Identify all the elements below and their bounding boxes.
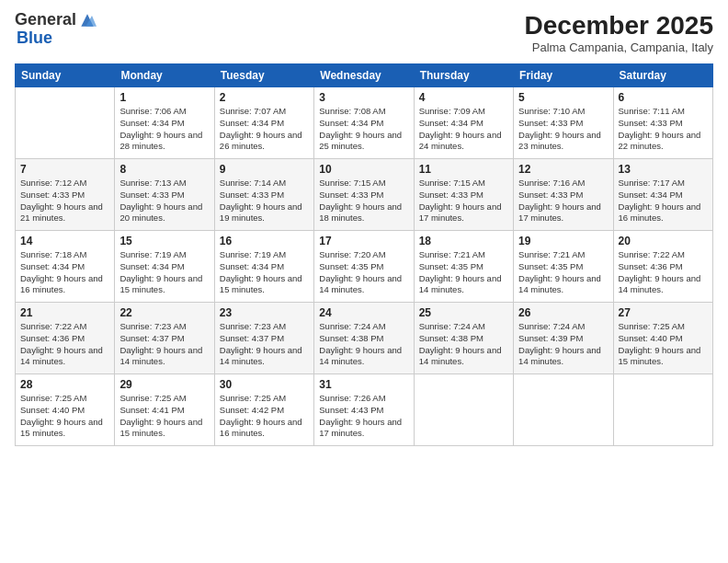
day-info: Sunrise: 7:13 AM Sunset: 4:33 PM Dayligh… [119, 178, 209, 224]
table-row: 1Sunrise: 7:06 AM Sunset: 4:34 PM Daylig… [115, 87, 214, 159]
day-number: 25 [419, 306, 508, 319]
table-row: 27Sunrise: 7:25 AM Sunset: 4:40 PM Dayli… [613, 303, 712, 374]
day-number: 3 [319, 91, 408, 104]
calendar-header-row: Sunday Monday Tuesday Wednesday Thursday… [16, 64, 713, 87]
day-info: Sunrise: 7:12 AM Sunset: 4:33 PM Dayligh… [20, 178, 109, 224]
day-info: Sunrise: 7:08 AM Sunset: 4:34 PM Dayligh… [319, 106, 408, 153]
day-number: 23 [220, 306, 309, 319]
calendar-week-row: 21Sunrise: 7:22 AM Sunset: 4:36 PM Dayli… [16, 303, 713, 374]
month-year: December 2025 [525, 11, 713, 40]
day-number: 10 [319, 163, 408, 176]
table-row: 4Sunrise: 7:09 AM Sunset: 4:34 PM Daylig… [414, 87, 513, 159]
day-number: 5 [518, 91, 608, 104]
day-number: 24 [319, 306, 408, 319]
day-info: Sunrise: 7:17 AM Sunset: 4:34 PM Dayligh… [619, 178, 708, 224]
table-row: 26Sunrise: 7:24 AM Sunset: 4:39 PM Dayli… [514, 303, 613, 374]
day-info: Sunrise: 7:26 AM Sunset: 4:43 PM Dayligh… [319, 393, 408, 440]
day-info: Sunrise: 7:10 AM Sunset: 4:33 PM Dayligh… [518, 106, 608, 153]
col-friday: Friday [514, 64, 613, 87]
day-info: Sunrise: 7:25 AM Sunset: 4:40 PM Dayligh… [20, 393, 109, 440]
day-number: 8 [119, 163, 209, 176]
table-row: 6Sunrise: 7:11 AM Sunset: 4:33 PM Daylig… [613, 87, 712, 159]
logo-blue-text: Blue [17, 29, 52, 47]
day-number: 31 [319, 378, 408, 391]
day-info: Sunrise: 7:15 AM Sunset: 4:33 PM Dayligh… [319, 178, 408, 224]
day-number: 29 [119, 378, 209, 391]
day-number: 6 [619, 91, 708, 104]
day-info: Sunrise: 7:09 AM Sunset: 4:34 PM Dayligh… [419, 106, 508, 153]
calendar-week-row: 28Sunrise: 7:25 AM Sunset: 4:40 PM Dayli… [16, 374, 713, 446]
table-row: 2Sunrise: 7:07 AM Sunset: 4:34 PM Daylig… [214, 87, 313, 159]
day-number: 13 [619, 163, 708, 176]
table-row: 22Sunrise: 7:23 AM Sunset: 4:37 PM Dayli… [115, 303, 214, 374]
table-row: 28Sunrise: 7:25 AM Sunset: 4:40 PM Dayli… [16, 374, 115, 446]
location: Palma Campania, Campania, Italy [525, 40, 713, 54]
table-row: 17Sunrise: 7:20 AM Sunset: 4:35 PM Dayli… [314, 231, 414, 303]
day-number: 14 [20, 235, 109, 247]
day-info: Sunrise: 7:24 AM Sunset: 4:38 PM Dayligh… [319, 321, 408, 368]
table-row: 7Sunrise: 7:12 AM Sunset: 4:33 PM Daylig… [16, 159, 115, 231]
col-sunday: Sunday [16, 64, 115, 87]
title-block: December 2025 Palma Campania, Campania, … [525, 11, 713, 54]
day-info: Sunrise: 7:11 AM Sunset: 4:33 PM Dayligh… [619, 106, 708, 153]
day-number: 15 [119, 235, 209, 247]
table-row: 25Sunrise: 7:24 AM Sunset: 4:38 PM Dayli… [414, 303, 513, 374]
day-info: Sunrise: 7:15 AM Sunset: 4:33 PM Dayligh… [419, 178, 508, 224]
day-info: Sunrise: 7:07 AM Sunset: 4:34 PM Dayligh… [220, 106, 309, 153]
table-row: 13Sunrise: 7:17 AM Sunset: 4:34 PM Dayli… [613, 159, 712, 231]
day-info: Sunrise: 7:21 AM Sunset: 4:35 PM Dayligh… [518, 249, 608, 296]
day-info: Sunrise: 7:21 AM Sunset: 4:35 PM Dayligh… [419, 249, 508, 296]
table-row: 30Sunrise: 7:25 AM Sunset: 4:42 PM Dayli… [214, 374, 313, 446]
table-row: 19Sunrise: 7:21 AM Sunset: 4:35 PM Dayli… [514, 231, 613, 303]
table-row: 20Sunrise: 7:22 AM Sunset: 4:36 PM Dayli… [613, 231, 712, 303]
day-info: Sunrise: 7:16 AM Sunset: 4:33 PM Dayligh… [518, 178, 608, 224]
table-row [514, 374, 613, 446]
day-number: 1 [119, 91, 209, 104]
calendar-week-row: 7Sunrise: 7:12 AM Sunset: 4:33 PM Daylig… [16, 159, 713, 231]
col-wednesday: Wednesday [314, 64, 414, 87]
calendar-week-row: 14Sunrise: 7:18 AM Sunset: 4:34 PM Dayli… [16, 231, 713, 303]
page: General Blue December 2025 Palma Campani… [0, 0, 728, 563]
table-row: 24Sunrise: 7:24 AM Sunset: 4:38 PM Dayli… [314, 303, 414, 374]
day-number: 4 [419, 91, 508, 104]
day-number: 7 [20, 163, 109, 176]
day-number: 12 [518, 163, 608, 176]
day-number: 28 [20, 378, 109, 391]
calendar-table: Sunday Monday Tuesday Wednesday Thursday… [15, 63, 713, 446]
day-number: 16 [220, 235, 309, 247]
day-info: Sunrise: 7:23 AM Sunset: 4:37 PM Dayligh… [220, 321, 309, 368]
logo-icon [78, 11, 97, 29]
day-info: Sunrise: 7:24 AM Sunset: 4:39 PM Dayligh… [518, 321, 608, 368]
day-number: 18 [419, 235, 508, 247]
logo: General Blue [15, 11, 97, 48]
day-info: Sunrise: 7:20 AM Sunset: 4:35 PM Dayligh… [319, 249, 408, 296]
col-saturday: Saturday [613, 64, 712, 87]
table-row [414, 374, 513, 446]
table-row: 18Sunrise: 7:21 AM Sunset: 4:35 PM Dayli… [414, 231, 513, 303]
day-number: 2 [220, 91, 309, 104]
table-row: 16Sunrise: 7:19 AM Sunset: 4:34 PM Dayli… [214, 231, 313, 303]
table-row: 11Sunrise: 7:15 AM Sunset: 4:33 PM Dayli… [414, 159, 513, 231]
day-number: 20 [619, 235, 708, 247]
day-info: Sunrise: 7:18 AM Sunset: 4:34 PM Dayligh… [20, 249, 109, 296]
table-row: 15Sunrise: 7:19 AM Sunset: 4:34 PM Dayli… [115, 231, 214, 303]
table-row: 31Sunrise: 7:26 AM Sunset: 4:43 PM Dayli… [314, 374, 414, 446]
table-row: 5Sunrise: 7:10 AM Sunset: 4:33 PM Daylig… [514, 87, 613, 159]
table-row: 21Sunrise: 7:22 AM Sunset: 4:36 PM Dayli… [16, 303, 115, 374]
day-info: Sunrise: 7:23 AM Sunset: 4:37 PM Dayligh… [119, 321, 209, 368]
col-tuesday: Tuesday [214, 64, 313, 87]
table-row: 14Sunrise: 7:18 AM Sunset: 4:34 PM Dayli… [16, 231, 115, 303]
day-number: 9 [220, 163, 309, 176]
day-info: Sunrise: 7:06 AM Sunset: 4:34 PM Dayligh… [119, 106, 209, 153]
day-number: 11 [419, 163, 508, 176]
table-row [16, 87, 115, 159]
day-number: 17 [319, 235, 408, 247]
day-number: 26 [518, 306, 608, 319]
logo-general-text: General [15, 10, 76, 29]
day-info: Sunrise: 7:25 AM Sunset: 4:42 PM Dayligh… [220, 393, 309, 440]
col-thursday: Thursday [414, 64, 513, 87]
calendar-week-row: 1Sunrise: 7:06 AM Sunset: 4:34 PM Daylig… [16, 87, 713, 159]
table-row: 9Sunrise: 7:14 AM Sunset: 4:33 PM Daylig… [214, 159, 313, 231]
day-info: Sunrise: 7:25 AM Sunset: 4:40 PM Dayligh… [619, 321, 708, 368]
day-info: Sunrise: 7:22 AM Sunset: 4:36 PM Dayligh… [20, 321, 109, 368]
